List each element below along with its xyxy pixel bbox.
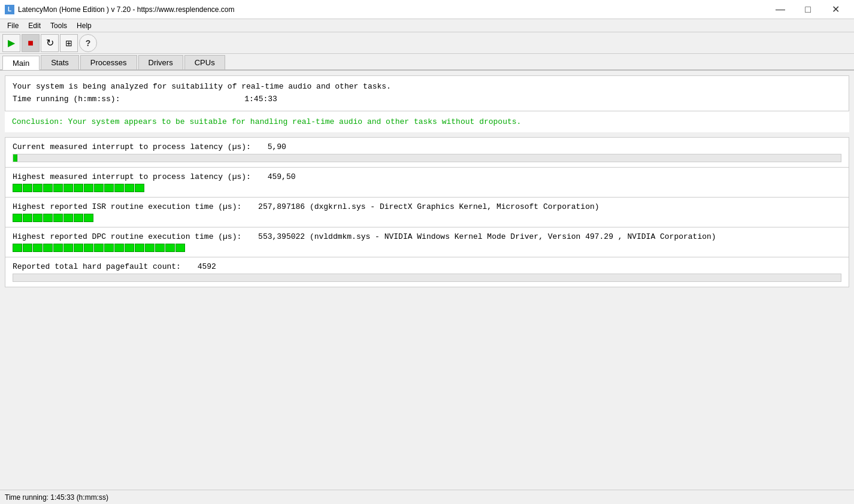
options-button[interactable]: ⊞ <box>60 34 78 52</box>
highest-dpc-bar <box>13 244 841 252</box>
highest-latency-bar <box>13 184 841 192</box>
title-bar: L LatencyMon (Home Edition ) v 7.20 - ht… <box>0 0 854 19</box>
status-line2: Time running (h:mm:ss): 1:45:33 <box>13 93 841 106</box>
tab-processes[interactable]: Processes <box>80 55 137 69</box>
current-latency-fill <box>13 154 17 162</box>
main-content: Your system is being analyzed for suitab… <box>0 71 854 490</box>
pagefault-label: Reported total hard pagefault count: 459… <box>13 262 841 271</box>
tab-cpus[interactable]: CPUs <box>184 55 225 69</box>
close-button[interactable]: ✕ <box>822 0 849 19</box>
highest-dpc-label: Highest reported DPC routine execution t… <box>13 232 841 241</box>
highest-latency-label: Highest measured interrupt to process la… <box>13 172 841 181</box>
refresh-button[interactable]: ↻ <box>41 34 59 52</box>
title-bar-controls: — □ ✕ <box>767 0 849 19</box>
tabs: Main Stats Processes Drivers CPUs <box>0 54 854 71</box>
status-line1: Your system is being analyzed for suitab… <box>13 81 841 93</box>
tab-stats[interactable]: Stats <box>41 55 79 69</box>
menu-edit[interactable]: Edit <box>23 20 46 31</box>
title-bar-left: L LatencyMon (Home Edition ) v 7.20 - ht… <box>5 5 235 14</box>
highest-isr-value: 257,897186 (dxgkrnl.sys - DirectX Graphi… <box>258 202 599 211</box>
time-running-value: 1:45:33 <box>244 95 277 104</box>
current-latency-bar <box>13 154 841 162</box>
pagefault-bar <box>13 274 841 282</box>
system-status-section: Your system is being analyzed for suitab… <box>5 75 849 111</box>
highest-isr-bar <box>13 214 841 222</box>
highest-isr-label: Highest reported ISR routine execution t… <box>13 202 841 211</box>
conclusion-text: Conclusion: Your system appears to be su… <box>12 117 521 126</box>
current-latency-segment <box>13 154 17 162</box>
highest-latency-value: 459,50 <box>268 172 296 181</box>
menu-tools[interactable]: Tools <box>46 20 72 31</box>
maximize-button[interactable]: □ <box>794 0 822 19</box>
status-bar: Time running: 1:45:33 (h:mm:ss) <box>0 490 854 504</box>
main-panel: Your system is being analyzed for suitab… <box>0 71 854 490</box>
app-icon: L <box>5 5 14 14</box>
status-text: Time running: 1:45:33 (h:mm:ss) <box>5 493 108 502</box>
conclusion-section: Conclusion: Your system appears to be su… <box>5 111 849 132</box>
pagefault-section: Reported total hard pagefault count: 459… <box>5 257 849 287</box>
menu-bar: File Edit Tools Help <box>0 19 854 32</box>
current-latency-section: Current measured interrupt to process la… <box>5 137 849 168</box>
tab-main[interactable]: Main <box>2 56 40 70</box>
window-title: LatencyMon (Home Edition ) v 7.20 - http… <box>18 5 235 14</box>
highest-isr-section: Highest reported ISR routine execution t… <box>5 198 849 227</box>
play-button[interactable]: ▶ <box>2 34 20 52</box>
minimize-button[interactable]: — <box>767 0 794 19</box>
highest-latency-section: Highest measured interrupt to process la… <box>5 168 849 198</box>
highest-dpc-section: Highest reported DPC routine execution t… <box>5 227 849 257</box>
current-latency-label: Current measured interrupt to process la… <box>13 142 841 151</box>
highest-dpc-value: 553,395022 (nvlddmkm.sys - NVIDIA Window… <box>258 232 716 241</box>
menu-help[interactable]: Help <box>72 20 96 31</box>
stop-button[interactable]: ■ <box>22 34 40 52</box>
current-latency-value: 5,90 <box>268 142 286 151</box>
tab-drivers[interactable]: Drivers <box>138 55 183 69</box>
pagefault-value: 4592 <box>198 262 216 271</box>
toolbar: ▶ ■ ↻ ⊞ ? <box>0 32 854 54</box>
time-running-label: Time running (h:mm:ss): <box>13 95 120 104</box>
menu-file[interactable]: File <box>2 20 23 31</box>
help-button[interactable]: ? <box>79 34 97 52</box>
